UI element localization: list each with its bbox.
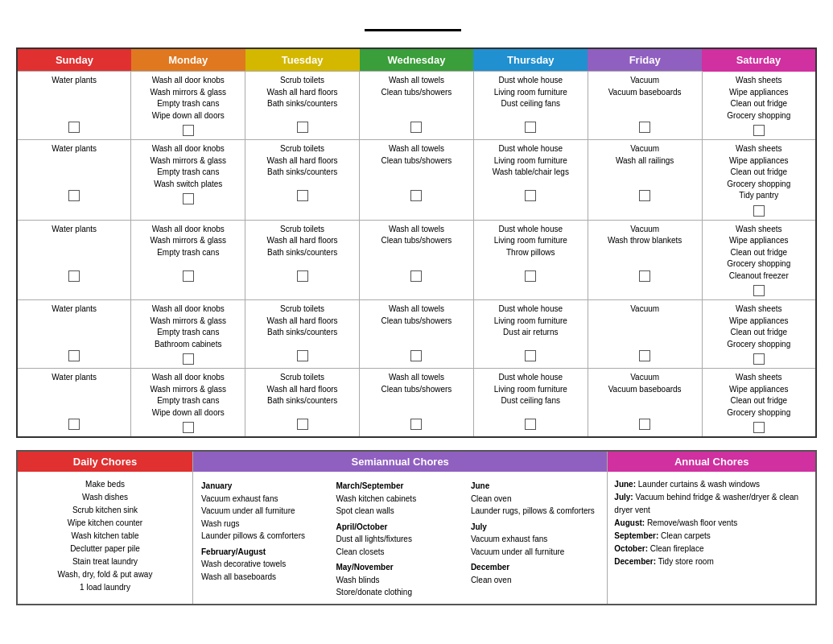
semiannual-task: Wash blinds <box>336 574 464 587</box>
checkbox-week2-sunday[interactable] <box>68 190 80 201</box>
cell-week1-tuesday: Scrub toiletsWash all hard floorsBath si… <box>245 72 360 140</box>
daily-chore-item: Make beds <box>24 478 186 491</box>
cell-week4-thursday: Dust whole houseLiving room furnitureDus… <box>473 300 588 369</box>
cell-week3-thursday: Dust whole houseLiving room furnitureThr… <box>473 220 588 300</box>
schedule-table: Sunday Monday Tuesday Wednesday Thursday… <box>16 47 817 438</box>
checkbox-week3-wednesday[interactable] <box>410 270 422 282</box>
semiannual-task: Vacuum under all furniture <box>201 505 329 518</box>
semiannual-label: December <box>471 561 599 574</box>
cell-week1-wednesday: Wash all towelsClean tubs/showers <box>360 72 474 140</box>
checkbox-week5-wednesday[interactable] <box>410 419 422 430</box>
cell-week5-thursday: Dust whole houseLiving room furnitureDus… <box>473 369 588 438</box>
cell-week2-saturday: Wash sheetsWipe appliancesClean out frid… <box>702 140 816 221</box>
cell-week5-tuesday: Scrub toiletsWash all hard floorsBath si… <box>245 369 360 438</box>
checkbox-week4-sunday[interactable] <box>68 350 80 361</box>
cell-week4-friday: Vacuum <box>588 300 702 369</box>
title-section <box>16 12 817 38</box>
daily-chores-section: Daily Chores Make bedsWash dishesScrub k… <box>18 452 193 604</box>
cell-week2-monday: Wash all door knobsWash mirrors & glassE… <box>131 140 245 221</box>
checkbox-week1-thursday[interactable] <box>525 122 536 133</box>
checkbox-week2-monday[interactable] <box>183 193 194 204</box>
header-tuesday: Tuesday <box>245 48 360 72</box>
semiannual-content: JanuaryVacuum exhaust fansVacuum under a… <box>193 472 607 604</box>
checkbox-week2-thursday[interactable] <box>525 190 536 201</box>
semiannual-task: Wash rugs <box>201 518 329 530</box>
annual-content: June: Launder curtains & wash windowsJul… <box>608 472 815 575</box>
checkbox-week1-saturday[interactable] <box>753 125 765 136</box>
daily-chore-item: Declutter paper pile <box>24 543 186 555</box>
cell-week5-saturday: Wash sheetsWipe appliancesClean out frid… <box>702 369 816 438</box>
semiannual-chores-header: Semiannual Chores <box>193 452 607 472</box>
annual-chores-header: Annual Chores <box>608 452 815 472</box>
annual-chore-item: June: Launder curtains & wash windows <box>614 478 809 491</box>
semiannual-task: Wash kitchen cabinets <box>336 493 464 506</box>
daily-chore-item: Stain treat laundry <box>24 555 186 568</box>
annual-chore-item: September: Clean carpets <box>614 530 809 543</box>
semiannual-task: Clean oven <box>471 574 599 587</box>
daily-chore-item: Scrub kitchen sink <box>24 504 186 517</box>
cell-week2-tuesday: Scrub toiletsWash all hard floorsBath si… <box>245 140 360 221</box>
cell-week1-friday: VacuumVacuum baseboards <box>588 72 702 140</box>
daily-chores-header: Daily Chores <box>18 452 192 472</box>
checkbox-week5-saturday[interactable] <box>753 422 765 433</box>
checkbox-week3-saturday[interactable] <box>753 285 765 296</box>
checkbox-week5-thursday[interactable] <box>525 419 536 430</box>
checkbox-week5-tuesday[interactable] <box>297 419 308 430</box>
cell-week1-monday: Wash all door knobsWash mirrors & glassE… <box>131 72 245 140</box>
checkbox-week4-monday[interactable] <box>183 353 194 365</box>
checkbox-week3-tuesday[interactable] <box>297 270 308 282</box>
checkbox-week5-sunday[interactable] <box>68 419 80 430</box>
checkbox-week1-monday[interactable] <box>183 125 194 136</box>
checkbox-week3-thursday[interactable] <box>525 270 536 282</box>
checkbox-week4-tuesday[interactable] <box>297 350 308 361</box>
checkbox-week2-tuesday[interactable] <box>297 190 308 201</box>
semiannual-col: JuneClean ovenLaunder rugs, pillows & co… <box>468 477 602 599</box>
header-saturday: Saturday <box>702 48 816 72</box>
semiannual-label: January <box>201 480 329 493</box>
checkbox-week4-wednesday[interactable] <box>410 350 422 361</box>
cell-week4-sunday: Water plants <box>17 300 131 369</box>
checkbox-week2-friday[interactable] <box>639 190 650 201</box>
semiannual-task: Clean closets <box>336 546 464 559</box>
checkbox-week2-wednesday[interactable] <box>410 190 422 201</box>
checkbox-week4-saturday[interactable] <box>753 353 765 365</box>
header-wednesday: Wednesday <box>360 48 474 72</box>
checkbox-week3-monday[interactable] <box>183 270 194 282</box>
annual-chore-item: July: Vacuum behind fridge & washer/drye… <box>614 491 809 517</box>
semiannual-task: Vacuum under all furniture <box>471 546 599 559</box>
checkbox-week4-thursday[interactable] <box>525 350 536 361</box>
cell-week3-monday: Wash all door knobsWash mirrors & glassE… <box>131 220 245 300</box>
checkbox-week1-wednesday[interactable] <box>410 122 422 133</box>
checkbox-week1-sunday[interactable] <box>68 122 80 133</box>
header-friday: Friday <box>588 48 702 72</box>
checkbox-week1-friday[interactable] <box>639 122 650 133</box>
checkbox-week2-saturday[interactable] <box>753 205 765 217</box>
daily-chore-item: Wipe kitchen counter <box>24 517 186 530</box>
semiannual-task: Store/donate clothing <box>336 586 464 599</box>
cell-week5-friday: VacuumVacuum baseboards <box>588 369 702 438</box>
cell-week2-thursday: Dust whole houseLiving room furnitureWas… <box>473 140 588 221</box>
cell-week5-monday: Wash all door knobsWash mirrors & glassE… <box>131 369 245 438</box>
cell-week1-saturday: Wash sheetsWipe appliancesClean out frid… <box>702 72 816 140</box>
checkbox-week5-monday[interactable] <box>183 422 194 433</box>
checkbox-week3-sunday[interactable] <box>68 270 80 282</box>
semiannual-label: May/November <box>336 561 464 574</box>
semiannual-label: April/October <box>336 521 464 534</box>
semiannual-task: Launder pillows & comforters <box>201 530 329 543</box>
semiannual-chores-section: Semiannual Chores JanuaryVacuum exhaust … <box>193 452 608 604</box>
checkbox-week4-friday[interactable] <box>639 350 650 361</box>
semiannual-label: June <box>471 480 599 493</box>
checkbox-week5-friday[interactable] <box>639 419 650 430</box>
daily-chore-item: Wash kitchen table <box>24 530 186 543</box>
checkbox-week1-tuesday[interactable] <box>297 122 308 133</box>
cell-week4-tuesday: Scrub toiletsWash all hard floorsBath si… <box>245 300 360 369</box>
annual-chore-item: August: Remove/wash floor vents <box>614 517 809 530</box>
cell-week2-friday: VacuumWash all railings <box>588 140 702 221</box>
daily-chore-item: Wash, dry, fold & put away <box>24 568 186 581</box>
daily-chores-content: Make bedsWash dishesScrub kitchen sinkWi… <box>18 472 192 601</box>
semiannual-task: Launder rugs, pillows & comforters <box>471 505 599 518</box>
semiannual-col: March/SeptemberWash kitchen cabinetsSpot… <box>332 477 467 599</box>
header-thursday: Thursday <box>473 48 588 72</box>
checkbox-week3-friday[interactable] <box>639 270 650 282</box>
semiannual-col: JanuaryVacuum exhaust fansVacuum under a… <box>198 477 332 599</box>
